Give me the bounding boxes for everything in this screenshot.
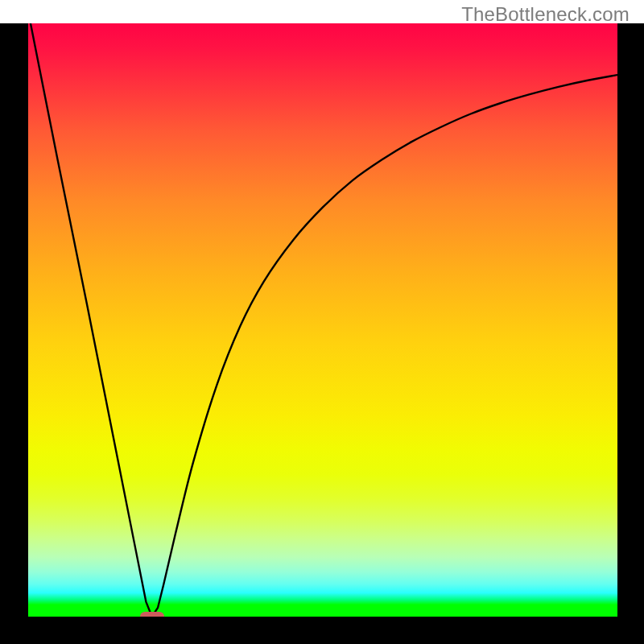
plot-border [0, 23, 644, 644]
curve-svg [28, 23, 617, 617]
plot-area [28, 23, 617, 617]
optimal-marker [140, 612, 164, 617]
bottleneck-curve [31, 23, 617, 617]
watermark-text: TheBottleneck.com [461, 3, 630, 26]
figure-root: TheBottleneck.com [0, 0, 644, 644]
